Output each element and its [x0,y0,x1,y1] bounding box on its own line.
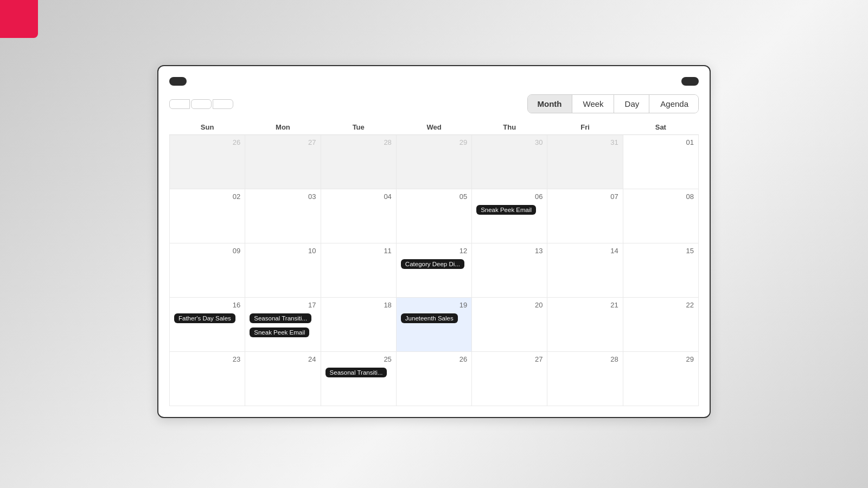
cell-date: 30 [476,138,542,146]
calendar-cell[interactable]: 16Father's Day Sales [170,298,245,352]
cell-date: 31 [552,138,618,146]
back-button[interactable] [191,99,212,109]
calendar-cell[interactable]: 30 [472,135,547,189]
calendar-cell[interactable]: 07 [547,189,623,243]
calendar-cell[interactable]: 26 [396,352,471,406]
nav-row: Month Week Day Agenda [169,94,699,113]
cell-date: 28 [552,355,618,363]
view-day-button[interactable]: Day [615,95,650,113]
event-badge[interactable]: Sneak Peek Email [476,205,536,215]
cell-date: 05 [401,192,467,201]
view-month-button[interactable]: Month [528,95,572,113]
view-week-button[interactable]: Week [573,95,614,113]
calendar-cell[interactable]: 28 [321,135,396,189]
regenerate-button[interactable] [169,77,187,86]
calendar-cell[interactable]: 10 [245,243,321,298]
event-badge[interactable]: Category Deep Di... [401,259,464,269]
calendar-cell[interactable]: 29 [396,135,471,189]
cell-date: 23 [174,355,240,363]
cell-date: 13 [476,247,542,255]
cell-date: 02 [174,192,240,201]
weekday-header-sun: Sun [170,120,245,135]
cell-date: 16 [174,301,240,309]
cell-date: 18 [326,301,392,309]
nav-buttons [169,99,233,109]
calendar-cell[interactable]: 01 [623,135,698,189]
weekday-header-fri: Fri [547,120,623,135]
cell-date: 22 [628,301,694,309]
toolbar [169,77,699,86]
event-badge[interactable]: Sneak Peek Email [250,328,309,337]
cell-date: 24 [250,355,316,363]
calendar-cell[interactable]: 15 [623,243,698,298]
cell-date: 19 [401,301,467,309]
cell-date: 06 [476,192,542,201]
view-buttons: Month Week Day Agenda [527,94,699,113]
next-button[interactable] [213,99,233,109]
cell-date: 26 [174,138,240,146]
cell-date: 08 [628,192,694,201]
calendar-grid: SunMonTueWedThuFriSat 262728293031010203… [169,120,699,406]
calendar-cell[interactable]: 09 [170,243,245,298]
calendar-cell[interactable]: 03 [245,189,321,243]
cell-date: 09 [174,247,240,255]
calendar-cell[interactable]: 02 [170,189,245,243]
weekday-header-wed: Wed [396,120,471,135]
event-badge[interactable]: Seasonal Transiti... [326,368,387,377]
cell-date: 27 [476,355,542,363]
weekday-header-thu: Thu [472,120,547,135]
cell-date: 07 [552,192,618,201]
calendar-cell[interactable]: 04 [321,189,396,243]
cell-date: 11 [326,247,392,255]
calendar-cell[interactable]: 11 [321,243,396,298]
calendar-container: Month Week Day Agenda SunMonTueWedThuFri… [157,65,711,418]
cell-date: 01 [628,138,694,146]
calendar-cell[interactable]: 05 [396,189,471,243]
cell-date: 15 [628,247,694,255]
calendar-cell[interactable]: 21 [547,298,623,352]
calendar-cell[interactable]: 27 [472,352,547,406]
cell-date: 21 [552,301,618,309]
cell-date: 29 [401,138,467,146]
calendar-cell[interactable]: 22 [623,298,698,352]
weekday-header-tue: Tue [321,120,396,135]
calendar-cell[interactable]: 20 [472,298,547,352]
calendar-cell[interactable]: 28 [547,352,623,406]
calendar-cell[interactable]: 26 [170,135,245,189]
cell-date: 28 [326,138,392,146]
cell-date: 12 [401,247,467,255]
calendar-cell[interactable]: 14 [547,243,623,298]
cell-date: 29 [628,355,694,363]
clear-button[interactable] [681,77,699,86]
weekday-header-sat: Sat [623,120,698,135]
view-agenda-button[interactable]: Agenda [650,95,698,113]
calendar-cell[interactable]: 24 [245,352,321,406]
calendar-cell[interactable]: 25Seasonal Transiti... [321,352,396,406]
event-badge[interactable]: Seasonal Transiti... [250,313,311,323]
calendar-cell[interactable]: 19Juneteenth Sales [396,298,471,352]
cell-date: 26 [401,355,467,363]
cell-date: 25 [326,355,392,363]
weekday-header-mon: Mon [245,120,321,135]
calendar-cell[interactable]: 18 [321,298,396,352]
calendar-cell[interactable]: 23 [170,352,245,406]
logo [0,0,38,38]
cell-date: 17 [250,301,316,309]
cell-date: 03 [250,192,316,201]
cell-date: 27 [250,138,316,146]
cell-date: 04 [326,192,392,201]
cell-date: 10 [250,247,316,255]
today-button[interactable] [169,99,190,109]
calendar-cell[interactable]: 31 [547,135,623,189]
calendar-cell[interactable]: 17Seasonal Transiti...Sneak Peek Email [245,298,321,352]
cell-date: 20 [476,301,542,309]
calendar-cell[interactable]: 27 [245,135,321,189]
calendar-cell[interactable]: 13 [472,243,547,298]
cell-date: 14 [552,247,618,255]
event-badge[interactable]: Father's Day Sales [174,313,235,323]
calendar-cell[interactable]: 06Sneak Peek Email [472,189,547,243]
calendar-cell[interactable]: 29 [623,352,698,406]
calendar-cell[interactable]: 08 [623,189,698,243]
calendar-cell[interactable]: 12Category Deep Di... [396,243,471,298]
event-badge[interactable]: Juneteenth Sales [401,313,458,323]
